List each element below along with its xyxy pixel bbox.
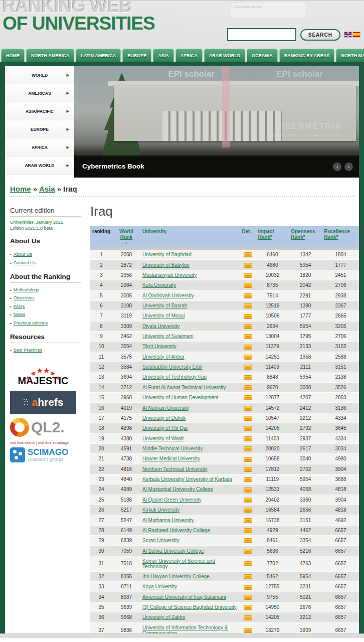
university-link[interactable]: Al Qasim Green University — [142, 497, 202, 503]
nav-tab-oceania[interactable]: OCEANIA — [247, 49, 278, 62]
sidebar-link-best-practices[interactable]: Best Practices — [14, 348, 43, 353]
nav-tab-ranking-by-areas[interactable]: RANKING BY AREAS — [279, 49, 335, 62]
university-link[interactable]: University of Baghdad — [142, 252, 192, 257]
detail-icon[interactable] — [244, 324, 252, 329]
sidebar-link-faqs[interactable]: FAQs — [14, 304, 25, 309]
detail-icon[interactable] — [244, 416, 252, 421]
nav-tab-latin-america[interactable]: LATIN AMERICA — [76, 49, 121, 62]
university-link[interactable]: Northern Technical University — [142, 466, 208, 472]
banner-caption[interactable]: Cybermetrics Book — [74, 155, 359, 178]
region-menu-item-americas[interactable]: AMERICAS▶ — [5, 84, 74, 102]
university-link[interactable]: Al Furat Al Awsat Technical University — [142, 385, 226, 390]
breadcrumb-item-home[interactable]: Home — [10, 185, 31, 193]
university-link[interactable]: Al Safwa University College — [142, 548, 204, 554]
nav-tab-africa[interactable]: AFRICA — [175, 49, 203, 62]
detail-icon[interactable] — [244, 595, 252, 600]
col-university[interactable]: University — [140, 226, 240, 249]
detail-icon[interactable] — [244, 436, 252, 441]
breadcrumb-item-asia[interactable]: Asia — [39, 185, 55, 193]
detail-icon[interactable] — [244, 574, 252, 579]
university-link[interactable]: Al Mustaqbal University College — [142, 487, 213, 492]
detail-icon[interactable] — [244, 334, 252, 339]
university-link[interactable]: University of Human Development — [142, 395, 219, 400]
detail-icon[interactable] — [244, 561, 252, 566]
search-button[interactable]: SEARCH — [300, 29, 340, 41]
university-link[interactable]: Al Rasheed University College — [142, 528, 210, 533]
detail-icon[interactable] — [244, 252, 252, 257]
sidebar-link-contact-us[interactable]: Contact Us — [14, 260, 36, 265]
detail-icon[interactable] — [244, 467, 252, 472]
university-link[interactable]: Hawler Medical University — [142, 456, 200, 461]
detail-icon[interactable] — [244, 477, 252, 482]
detail-icon[interactable] — [244, 345, 252, 350]
uk-flag-icon[interactable] — [344, 32, 351, 37]
detail-icon[interactable] — [244, 273, 252, 278]
university-link[interactable]: Kirkuk University — [142, 507, 179, 513]
detail-icon[interactable] — [244, 293, 252, 298]
detail-icon[interactable] — [244, 446, 252, 451]
carousel-next-icon[interactable]: › — [344, 163, 353, 171]
university-link[interactable]: University of Zakho — [142, 614, 186, 620]
university-link[interactable]: University of Babylon — [142, 262, 190, 268]
sidebar-link-methodology[interactable]: Methodology — [14, 287, 40, 292]
university-link[interactable]: Ibn Hayyan University College — [142, 574, 210, 579]
nav-tab-north-america[interactable]: NORTH AMERICA — [26, 49, 74, 62]
nav-tab-asia[interactable]: ASIA — [153, 49, 174, 62]
university-link[interactable]: Kerbala University/ University of Karbal… — [142, 476, 232, 482]
detail-icon[interactable] — [244, 518, 252, 523]
university-link[interactable]: Diyala University — [142, 324, 179, 329]
col-world-rank[interactable]: World Rank ▲ — [112, 226, 140, 249]
university-link[interactable]: University of Duhok — [142, 415, 186, 421]
col-excellence-rank[interactable]: Excellence Rank* — [322, 226, 359, 249]
sidebar-link-about-us[interactable]: About Us — [14, 252, 32, 257]
col-openness-rank[interactable]: Openness Rank* — [289, 226, 322, 249]
detail-icon[interactable] — [244, 314, 252, 319]
university-link[interactable]: Middle Technical University — [142, 446, 203, 451]
university-link[interactable]: Koya University — [142, 584, 177, 589]
university-link[interactable]: University of Thi Qar — [142, 425, 188, 431]
detail-icon[interactable] — [244, 538, 252, 543]
search-input[interactable] — [227, 28, 296, 41]
university-link[interactable]: University of Anbar — [142, 354, 185, 360]
detail-icon[interactable] — [244, 508, 252, 513]
scimago-logo[interactable]: SCIMAGOresearch group — [10, 447, 76, 462]
nav-tab-home[interactable]: HOME — [1, 49, 25, 62]
region-menu-item-europe[interactable]: EUROPE▶ — [5, 120, 74, 138]
sidebar-link-objectives[interactable]: Objectives — [14, 295, 35, 300]
spain-flag-icon[interactable] — [353, 32, 360, 37]
university-link[interactable]: (3) College of Science Baghdad Universit… — [142, 604, 237, 610]
detail-icon[interactable] — [244, 585, 252, 590]
majestic-logo[interactable]: ★★★★★★MAJESTIC — [10, 362, 76, 387]
detail-icon[interactable] — [244, 488, 252, 493]
detail-icon[interactable] — [244, 628, 252, 633]
university-link[interactable]: University of Mosul — [142, 313, 185, 318]
university-link[interactable]: University of Sulaimani — [142, 334, 194, 339]
university-link[interactable]: University of Information Technology & C… — [142, 625, 228, 633]
col-det[interactable]: Det. — [240, 226, 256, 249]
region-menu-item-asia-pacific[interactable]: ASIA/PACIFIC▶ — [5, 102, 74, 120]
university-link[interactable]: Soran University — [142, 538, 179, 543]
sidebar-link-notes[interactable]: Notes — [14, 312, 26, 317]
detail-icon[interactable] — [244, 605, 252, 610]
university-link[interactable]: Al Muthanna University — [142, 518, 194, 523]
ahrefs-logo[interactable]: ahrefs — [10, 391, 76, 414]
col-impact-rank[interactable]: Impact Rank* — [256, 226, 289, 249]
detail-icon[interactable] — [244, 355, 252, 360]
detail-icon[interactable] — [244, 615, 252, 620]
detail-icon[interactable] — [244, 303, 252, 308]
nav-tab-north-macedonia[interactable]: NORTH MACEDONIA — [336, 49, 364, 62]
nav-tab-arab-world[interactable]: ARAB WORLD — [204, 49, 246, 62]
detail-icon[interactable] — [244, 549, 252, 554]
detail-icon[interactable] — [244, 263, 252, 268]
detail-icon[interactable] — [244, 457, 252, 462]
region-menu-item-arab-world[interactable]: ARAB WORLD▶ — [5, 156, 74, 175]
detail-icon[interactable] — [244, 395, 252, 400]
university-link[interactable]: University of Technology Iraq — [142, 374, 207, 380]
sidebar-link-previous-editions[interactable]: Previous editions — [14, 320, 48, 326]
university-link[interactable]: Salahaddin University Erbil — [142, 364, 203, 370]
detail-icon[interactable] — [244, 426, 252, 431]
detail-icon[interactable] — [244, 528, 252, 533]
university-link[interactable]: Al Qadisiyah University — [142, 293, 194, 298]
university-link[interactable]: Mustansiriyah University — [142, 272, 197, 278]
detail-icon[interactable] — [244, 283, 252, 288]
